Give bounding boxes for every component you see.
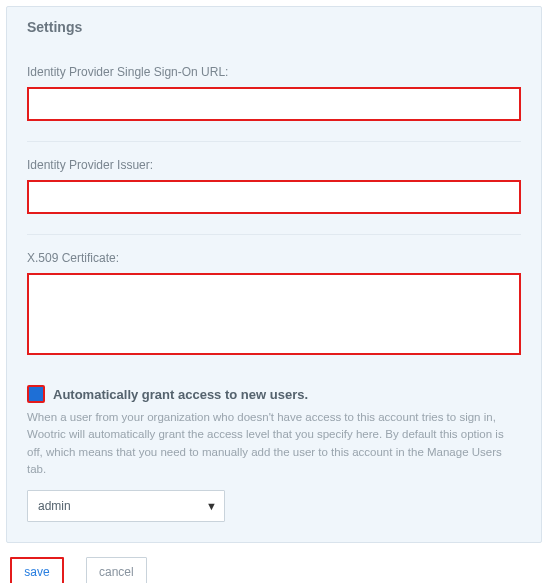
cancel-button[interactable]: cancel [86,557,147,583]
settings-panel: Settings Identity Provider Single Sign-O… [6,6,542,543]
access-level-select-wrap: admin ▼ [27,490,225,522]
issuer-label: Identity Provider Issuer: [27,158,521,172]
sso-url-input[interactable] [27,87,521,121]
cert-label: X.509 Certificate: [27,251,521,265]
auto-grant-help: When a user from your organization who d… [27,409,521,478]
auto-grant-row: Automatically grant access to new users. [27,385,521,403]
sso-url-label: Identity Provider Single Sign-On URL: [27,65,521,79]
issuer-input[interactable] [27,180,521,214]
cert-textarea[interactable] [27,273,521,355]
access-level-select[interactable]: admin [27,490,225,522]
auto-grant-label: Automatically grant access to new users. [53,387,308,402]
panel-title: Settings [27,7,521,49]
divider [27,234,521,235]
save-button[interactable]: save [10,557,64,583]
button-row: save cancel [6,557,542,583]
divider [27,141,521,142]
auto-grant-checkbox[interactable] [27,385,45,403]
